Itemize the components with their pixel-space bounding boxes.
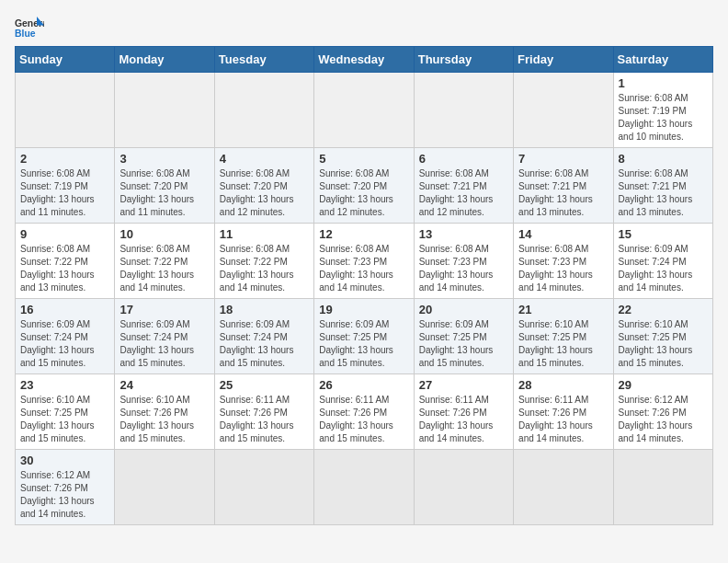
day-info: Sunrise: 6:08 AM Sunset: 7:19 PM Dayligh… — [619, 92, 708, 144]
day-info: Sunrise: 6:08 AM Sunset: 7:21 PM Dayligh… — [619, 167, 708, 219]
day-number: 1 — [619, 76, 708, 90]
day-number: 28 — [518, 378, 608, 392]
day-info: Sunrise: 6:08 AM Sunset: 7:22 PM Dayligh… — [20, 243, 109, 294]
weekday-header-monday: Monday — [115, 47, 214, 73]
calendar-cell: 17Sunrise: 6:09 AM Sunset: 7:24 PM Dayli… — [115, 299, 214, 374]
weekday-header-row: SundayMondayTuesdayWednesdayThursdayFrid… — [16, 47, 713, 73]
day-info: Sunrise: 6:08 AM Sunset: 7:22 PM Dayligh… — [119, 243, 209, 294]
calendar-cell: 3Sunrise: 6:08 AM Sunset: 7:20 PM Daylig… — [115, 148, 214, 224]
calendar-week-3: 16Sunrise: 6:09 AM Sunset: 7:24 PM Dayli… — [16, 299, 713, 374]
day-number: 2 — [20, 152, 109, 166]
day-number: 6 — [419, 152, 508, 166]
day-info: Sunrise: 6:08 AM Sunset: 7:21 PM Dayligh… — [419, 167, 508, 219]
day-info: Sunrise: 6:12 AM Sunset: 7:26 PM Dayligh… — [619, 394, 708, 445]
day-number: 20 — [419, 303, 508, 316]
calendar-cell — [514, 450, 613, 525]
calendar-cell: 27Sunrise: 6:11 AM Sunset: 7:26 PM Dayli… — [414, 374, 513, 450]
day-info: Sunrise: 6:10 AM Sunset: 7:25 PM Dayligh… — [518, 318, 608, 370]
weekday-header-thursday: Thursday — [414, 47, 513, 73]
day-number: 13 — [419, 227, 508, 241]
calendar-cell — [314, 450, 414, 525]
day-number: 23 — [20, 378, 109, 392]
weekday-header-saturday: Saturday — [613, 47, 712, 73]
calendar-cell: 14Sunrise: 6:08 AM Sunset: 7:23 PM Dayli… — [514, 224, 613, 299]
day-info: Sunrise: 6:09 AM Sunset: 7:25 PM Dayligh… — [319, 318, 408, 370]
day-number: 26 — [319, 378, 408, 392]
day-info: Sunrise: 6:08 AM Sunset: 7:20 PM Dayligh… — [319, 167, 408, 219]
day-number: 30 — [20, 454, 109, 467]
day-number: 21 — [518, 303, 608, 316]
calendar-cell: 5Sunrise: 6:08 AM Sunset: 7:20 PM Daylig… — [314, 148, 414, 224]
weekday-header-wednesday: Wednesday — [314, 47, 414, 73]
day-info: Sunrise: 6:12 AM Sunset: 7:26 PM Dayligh… — [20, 469, 109, 521]
day-info: Sunrise: 6:10 AM Sunset: 7:25 PM Dayligh… — [619, 318, 708, 370]
day-info: Sunrise: 6:09 AM Sunset: 7:24 PM Dayligh… — [220, 318, 309, 370]
day-number: 12 — [319, 227, 408, 241]
calendar-cell: 23Sunrise: 6:10 AM Sunset: 7:25 PM Dayli… — [16, 374, 115, 450]
calendar-cell: 25Sunrise: 6:11 AM Sunset: 7:26 PM Dayli… — [214, 374, 313, 450]
calendar-cell — [613, 450, 712, 525]
calendar-cell: 12Sunrise: 6:08 AM Sunset: 7:23 PM Dayli… — [314, 224, 414, 299]
day-info: Sunrise: 6:08 AM Sunset: 7:19 PM Dayligh… — [20, 167, 109, 219]
day-number: 27 — [419, 378, 508, 392]
day-number: 11 — [220, 227, 309, 241]
calendar-cell: 20Sunrise: 6:09 AM Sunset: 7:25 PM Dayli… — [414, 299, 513, 374]
day-number: 19 — [319, 303, 408, 316]
day-number: 22 — [619, 303, 708, 316]
calendar-cell: 30Sunrise: 6:12 AM Sunset: 7:26 PM Dayli… — [16, 450, 115, 525]
calendar-cell: 22Sunrise: 6:10 AM Sunset: 7:25 PM Dayli… — [613, 299, 712, 374]
day-info: Sunrise: 6:08 AM Sunset: 7:20 PM Dayligh… — [119, 167, 209, 219]
calendar-cell: 19Sunrise: 6:09 AM Sunset: 7:25 PM Dayli… — [314, 299, 414, 374]
day-number: 15 — [619, 227, 708, 241]
calendar-table: SundayMondayTuesdayWednesdayThursdayFrid… — [15, 46, 713, 525]
day-info: Sunrise: 6:10 AM Sunset: 7:26 PM Dayligh… — [119, 394, 209, 445]
day-number: 29 — [619, 378, 708, 392]
calendar-cell — [214, 450, 313, 525]
calendar-cell: 7Sunrise: 6:08 AM Sunset: 7:21 PM Daylig… — [514, 148, 613, 224]
calendar-week-2: 9Sunrise: 6:08 AM Sunset: 7:22 PM Daylig… — [16, 224, 713, 299]
calendar-cell: 13Sunrise: 6:08 AM Sunset: 7:23 PM Dayli… — [414, 224, 513, 299]
calendar-cell: 2Sunrise: 6:08 AM Sunset: 7:19 PM Daylig… — [16, 148, 115, 224]
calendar-week-0: 1Sunrise: 6:08 AM Sunset: 7:19 PM Daylig… — [16, 73, 713, 148]
calendar-cell: 9Sunrise: 6:08 AM Sunset: 7:22 PM Daylig… — [16, 224, 115, 299]
calendar-cell — [115, 450, 214, 525]
day-info: Sunrise: 6:08 AM Sunset: 7:23 PM Dayligh… — [319, 243, 408, 294]
calendar-cell: 15Sunrise: 6:09 AM Sunset: 7:24 PM Dayli… — [613, 224, 712, 299]
calendar-cell: 28Sunrise: 6:11 AM Sunset: 7:26 PM Dayli… — [514, 374, 613, 450]
calendar-cell: 6Sunrise: 6:08 AM Sunset: 7:21 PM Daylig… — [414, 148, 513, 224]
day-number: 25 — [220, 378, 309, 392]
day-number: 17 — [119, 303, 209, 316]
calendar-cell — [16, 73, 115, 148]
calendar-cell: 1Sunrise: 6:08 AM Sunset: 7:19 PM Daylig… — [613, 73, 712, 148]
calendar-cell: 24Sunrise: 6:10 AM Sunset: 7:26 PM Dayli… — [115, 374, 214, 450]
calendar-cell: 4Sunrise: 6:08 AM Sunset: 7:20 PM Daylig… — [214, 148, 313, 224]
day-info: Sunrise: 6:10 AM Sunset: 7:25 PM Dayligh… — [20, 394, 109, 445]
calendar-cell: 8Sunrise: 6:08 AM Sunset: 7:21 PM Daylig… — [613, 148, 712, 224]
day-info: Sunrise: 6:08 AM Sunset: 7:23 PM Dayligh… — [518, 243, 608, 294]
calendar-cell: 21Sunrise: 6:10 AM Sunset: 7:25 PM Dayli… — [514, 299, 613, 374]
day-number: 7 — [518, 152, 608, 166]
day-info: Sunrise: 6:11 AM Sunset: 7:26 PM Dayligh… — [319, 394, 408, 445]
day-number: 4 — [220, 152, 309, 166]
calendar-cell: 10Sunrise: 6:08 AM Sunset: 7:22 PM Dayli… — [115, 224, 214, 299]
day-number: 24 — [119, 378, 209, 392]
day-info: Sunrise: 6:08 AM Sunset: 7:23 PM Dayligh… — [419, 243, 508, 294]
day-info: Sunrise: 6:09 AM Sunset: 7:24 PM Dayligh… — [119, 318, 209, 370]
day-number: 5 — [319, 152, 408, 166]
day-info: Sunrise: 6:09 AM Sunset: 7:25 PM Dayligh… — [419, 318, 508, 370]
day-info: Sunrise: 6:11 AM Sunset: 7:26 PM Dayligh… — [518, 394, 608, 445]
calendar-cell: 16Sunrise: 6:09 AM Sunset: 7:24 PM Dayli… — [16, 299, 115, 374]
calendar-cell — [115, 73, 214, 148]
calendar-cell: 29Sunrise: 6:12 AM Sunset: 7:26 PM Dayli… — [613, 374, 712, 450]
day-info: Sunrise: 6:09 AM Sunset: 7:24 PM Dayligh… — [619, 243, 708, 294]
day-info: Sunrise: 6:09 AM Sunset: 7:24 PM Dayligh… — [20, 318, 109, 370]
day-number: 18 — [220, 303, 309, 316]
calendar-cell — [314, 73, 414, 148]
day-info: Sunrise: 6:08 AM Sunset: 7:21 PM Dayligh… — [518, 167, 608, 219]
calendar-week-4: 23Sunrise: 6:10 AM Sunset: 7:25 PM Dayli… — [16, 374, 713, 450]
day-number: 10 — [119, 227, 209, 241]
day-number: 9 — [20, 227, 109, 241]
day-number: 16 — [20, 303, 109, 316]
svg-text:Blue: Blue — [15, 29, 36, 39]
calendar-cell — [514, 73, 613, 148]
